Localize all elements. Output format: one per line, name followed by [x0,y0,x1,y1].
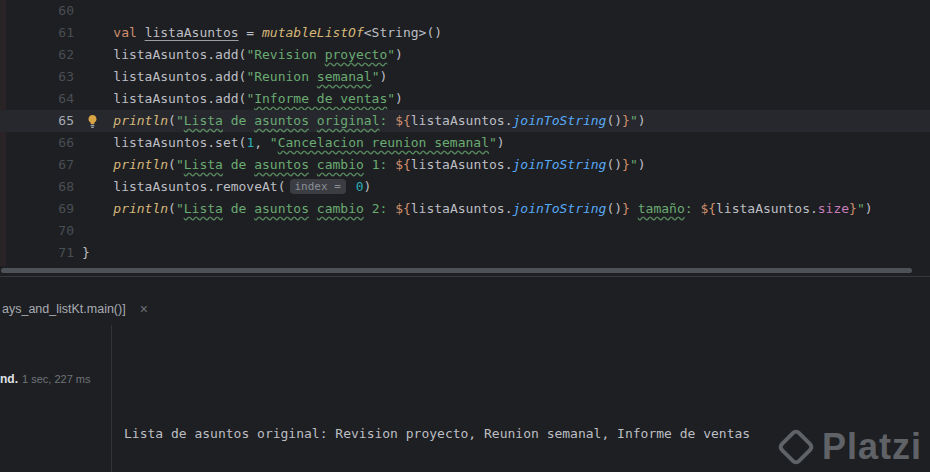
code-token: " [489,135,497,150]
code-token [630,201,638,216]
code-token: asuntos [254,113,309,128]
code-token: : [379,113,395,128]
code-token [309,157,317,172]
code-text: listaAsuntos.set(1, "Cancelacion reunion… [82,132,930,154]
line-number: 67 [0,154,82,176]
code-line-68: 68 listaAsuntos.removeAt(index = 0) [0,176,930,198]
code-token: ${ [700,201,716,216]
code-token: () [606,113,622,128]
build-tree-panel[interactable]: nd.1 sec, 227 ms [0,325,112,472]
code-token: listaAsuntos.add( [82,91,246,106]
code-token: ) [395,91,403,106]
code-token: cambio [317,201,364,216]
code-token: listaAsuntos.add( [82,69,246,84]
code-text: val listaAsuntos = mutableListOf<String>… [82,22,930,44]
code-token: ${ [395,201,411,216]
code-token: ) [395,47,403,62]
code-token: size [818,201,849,216]
code-token: val [113,25,144,40]
code-text: listaAsuntos.removeAt(index = 0) [82,176,930,198]
code-token: " [176,157,184,172]
code-token: listaAsuntos. [716,201,818,216]
close-icon[interactable]: × [140,302,148,316]
code-token: " [857,201,865,216]
code-token: " [630,157,638,172]
code-token: joinToString [513,157,607,172]
code-token: " [176,201,184,216]
code-token [82,25,113,40]
code-token: ) [638,113,646,128]
code-token: } [849,201,857,216]
code-line-61: 61 val listaAsuntos = mutableListOf<Stri… [0,22,930,44]
line-number: 60 [0,0,82,22]
line-number: 69 [0,198,82,220]
code-token: semanal [317,69,372,84]
code-line-71: 71} [0,242,930,264]
code-line-65: 65 println("Lista de asuntos original: $… [0,110,930,132]
code-token: Informe de ventas [254,91,387,106]
line-number: 62 [0,44,82,66]
code-token [82,201,113,216]
code-token: asuntos [254,201,309,216]
code-token: () [606,201,622,216]
code-token: " [630,113,638,128]
build-node-duration: 1 sec, 227 ms [22,373,90,385]
console-line: Lista de asuntos original: Revision proy… [124,423,930,445]
code-token: : [685,201,701,216]
code-text: listaAsuntos.add("Informe de ventas") [82,88,930,110]
run-tab-label: ays_and_listKt.main()] [2,302,126,316]
run-tab[interactable]: ays_and_listKt.main()] × [2,302,148,316]
line-number: 64 [0,88,82,110]
code-token: println [113,201,168,216]
inlay-hint-chip: index = [290,179,346,194]
editor[interactable]: 6061 val listaAsuntos = mutableListOf<St… [0,0,930,266]
code-token: 1: [364,157,395,172]
code-line-60: 60 [0,0,930,22]
code-line-66: 66 listaAsuntos.set(1, "Cancelacion reun… [0,132,930,154]
code-token: ) [638,157,646,172]
code-token: , [254,135,270,150]
code-token: ( [168,157,176,172]
code-token: } [622,113,630,128]
code-token: 2: [364,201,395,216]
line-number: 63 [0,66,82,88]
line-number: 66 [0,132,82,154]
code-token: " [270,135,278,150]
build-node-label[interactable]: nd. [0,372,18,386]
code-token [309,201,317,216]
run-tab-bar: ays_and_listKt.main()] × [0,276,930,325]
code-line-67: 67 println("Lista de asuntos cambio 1: $… [0,154,930,176]
code-text: listaAsuntos.add("Revision proyecto") [82,44,930,66]
code-text: println("Lista de asuntos cambio 1: ${li… [82,154,930,176]
horizontal-scrollbar-thumb[interactable] [1,268,912,273]
code-token: listaAsuntos. [411,113,513,128]
code-text [82,0,930,22]
code-token: original [317,113,380,128]
run-tool-window: nd.1 sec, 227 ms Lista de asuntos origin… [0,325,930,472]
code-token: ) [364,179,372,194]
code-token: ( [168,113,176,128]
code-token: println [113,157,168,172]
code-token: ${ [395,157,411,172]
code-text [82,220,930,242]
code-token: listaAsuntos.add( [82,47,246,62]
code-text: println("Lista de asuntos cambio 2: ${li… [82,198,930,220]
code-line-64: 64 listaAsuntos.add("Informe de ventas") [0,88,930,110]
code-token: Lista [184,157,223,172]
code-token: listaAsuntos.set( [82,135,246,150]
line-number: 68 [0,176,82,198]
intention-bulb-icon[interactable] [87,114,98,128]
code-token: Lista [184,113,223,128]
code-text: listaAsuntos.add("Reunion semanal") [82,66,930,88]
code-line-63: 63 listaAsuntos.add("Reunion semanal") [0,66,930,88]
ide-window: 6061 val listaAsuntos = mutableListOf<St… [0,0,930,472]
code-token: ) [379,69,387,84]
code-token: listaAsuntos. [411,157,513,172]
horizontal-scrollbar[interactable] [0,266,930,276]
run-console[interactable]: Lista de asuntos original: Revision proy… [112,325,930,472]
code-token: Lista [184,201,223,216]
code-token: " [387,91,395,106]
code-token: tamaño [638,201,685,216]
code-token: } [622,201,630,216]
code-line-70: 70 [0,220,930,242]
